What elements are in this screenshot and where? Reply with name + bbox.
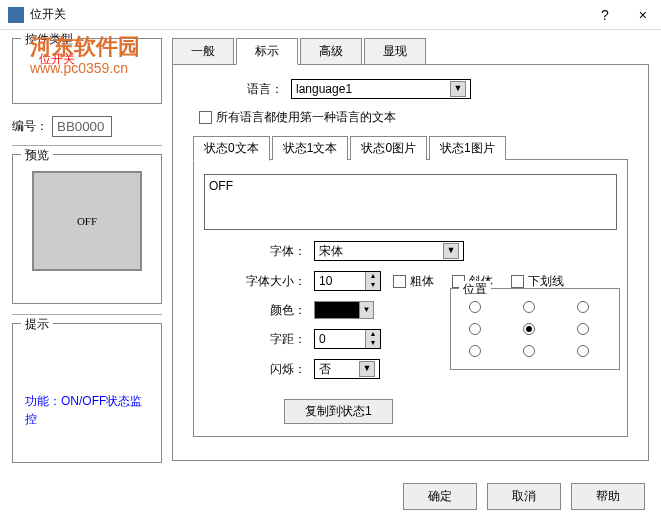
color-picker[interactable]: ▼ (314, 301, 374, 319)
pos-radio-br[interactable] (577, 345, 589, 357)
subtab-state1-text[interactable]: 状态1文本 (272, 136, 349, 160)
close-icon[interactable]: × (633, 7, 653, 23)
pos-radio-bc[interactable] (523, 345, 535, 357)
cancel-button[interactable]: 取消 (487, 483, 561, 510)
help-icon[interactable]: ? (595, 7, 615, 23)
pos-radio-tc[interactable] (523, 301, 535, 313)
hint-legend: 提示 (21, 316, 53, 333)
titlebar: 位开关 ? × (0, 0, 661, 30)
main-tabs: 一般 标示 高级 显现 (172, 38, 649, 65)
window-title: 位开关 (30, 6, 595, 23)
bold-checkbox[interactable] (393, 275, 406, 288)
preview-group: 预览 OFF (12, 154, 162, 304)
ok-button[interactable]: 确定 (403, 483, 477, 510)
app-icon (8, 7, 24, 23)
chevron-down-icon: ▼ (443, 243, 459, 259)
tab-visibility[interactable]: 显现 (364, 38, 426, 64)
spacing-input[interactable]: ▲▼ (314, 329, 381, 349)
help-button[interactable]: 帮助 (571, 483, 645, 510)
tab-advanced[interactable]: 高级 (300, 38, 362, 64)
preview-legend: 预览 (21, 147, 53, 164)
blink-label: 闪烁： (244, 361, 306, 378)
bold-label: 粗体 (410, 273, 434, 290)
subtab-state1-image[interactable]: 状态1图片 (429, 136, 506, 160)
chevron-down-icon: ▼ (359, 361, 375, 377)
sub-tabs: 状态0文本 状态1文本 状态0图片 状态1图片 (193, 136, 628, 160)
blink-select[interactable]: 否 ▼ (314, 359, 380, 379)
position-group: 位置 (450, 288, 620, 370)
spacing-label: 字距： (244, 331, 306, 348)
hint-group: 提示 功能：ON/OFF状态监控 (12, 323, 162, 463)
pos-radio-tr[interactable] (577, 301, 589, 313)
spin-up-icon[interactable]: ▲ (366, 272, 380, 281)
tab-content: 语言： language1 ▼ 所有语言都使用第一种语言的文本 状态0文本 状态… (172, 65, 649, 461)
font-size-label: 字体大小： (244, 273, 306, 290)
copy-to-state1-button[interactable]: 复制到状态1 (284, 399, 393, 424)
underline-label: 下划线 (528, 273, 564, 290)
all-lang-checkbox[interactable] (199, 111, 212, 124)
pos-radio-tl[interactable] (469, 301, 481, 313)
spin-down-icon[interactable]: ▼ (366, 281, 380, 290)
pos-radio-mr[interactable] (577, 323, 589, 335)
hint-text: 功能：ON/OFF状态监控 (21, 332, 153, 448)
control-type-group: 控件类型 位开关 (12, 38, 162, 104)
subtab-state0-image[interactable]: 状态0图片 (350, 136, 427, 160)
preview-box: OFF (32, 171, 142, 271)
number-label: 编号： (12, 118, 48, 135)
spin-down-icon[interactable]: ▼ (366, 339, 380, 348)
tab-sign[interactable]: 标示 (236, 38, 298, 65)
pos-radio-mc[interactable] (523, 323, 535, 335)
control-type-legend: 控件类型 (21, 31, 77, 48)
font-select[interactable]: 宋体 ▼ (314, 241, 464, 261)
bit-switch-label: 位开关 (39, 51, 153, 68)
spin-up-icon[interactable]: ▲ (366, 330, 380, 339)
position-legend: 位置 (459, 281, 491, 298)
subtab-state0-text[interactable]: 状态0文本 (193, 136, 270, 161)
underline-checkbox[interactable] (511, 275, 524, 288)
all-lang-label: 所有语言都使用第一种语言的文本 (216, 109, 396, 126)
state-text-input[interactable] (204, 174, 617, 230)
font-size-input[interactable]: ▲▼ (314, 271, 381, 291)
chevron-down-icon: ▼ (359, 302, 373, 318)
pos-radio-ml[interactable] (469, 323, 481, 335)
pos-radio-bl[interactable] (469, 345, 481, 357)
tab-general[interactable]: 一般 (172, 38, 234, 64)
font-label: 字体： (244, 243, 306, 260)
color-label: 颜色： (244, 302, 306, 319)
language-select[interactable]: language1 ▼ (291, 79, 471, 99)
number-input[interactable] (52, 116, 112, 137)
language-label: 语言： (213, 81, 283, 98)
preview-text: OFF (77, 215, 97, 227)
chevron-down-icon: ▼ (450, 81, 466, 97)
